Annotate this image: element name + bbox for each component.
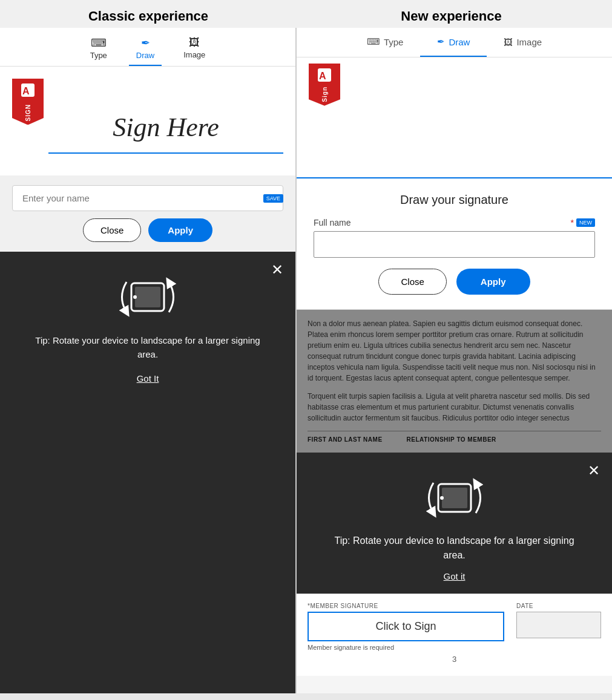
- new-title: New experience: [297, 0, 606, 28]
- keyboard-icon: ⌨: [91, 36, 107, 50]
- sign-text-new: Sign: [321, 87, 328, 102]
- sign-here-text-classic[interactable]: Sign Here: [113, 112, 219, 143]
- tab-image-label-new: Image: [516, 37, 542, 47]
- tab-draw-label-new: Draw: [449, 37, 470, 47]
- click-to-sign-button[interactable]: Click to Sign: [308, 612, 504, 641]
- tabs-new: ⌨ Type ✒ Draw 🖼 Image: [297, 28, 612, 57]
- tab-classic-type[interactable]: ⌨ Type: [83, 33, 114, 66]
- full-name-input[interactable]: [314, 231, 595, 258]
- image-icon-new: 🖼: [504, 37, 513, 47]
- tab-draw-label: Draw: [136, 51, 154, 60]
- doc-text-1: Non a dolor mus aenean platea. Sapien eu…: [308, 318, 601, 384]
- acrobat-icon-classic: A: [20, 82, 36, 102]
- apply-button-classic[interactable]: Apply: [148, 218, 212, 242]
- close-icon-new[interactable]: ✕: [588, 462, 600, 479]
- btn-row-new: Close Apply: [314, 269, 595, 295]
- col-first-last: FIRST AND LAST NAME: [308, 435, 383, 444]
- pen-icon-new: ✒: [437, 36, 445, 47]
- sign-here-area-classic: A Sign Sign Here: [0, 67, 295, 175]
- tab-classic-draw[interactable]: ✒ Draw: [129, 33, 162, 66]
- classic-side: ⌨ Type ✒ Draw 🖼 Image A: [0, 28, 297, 693]
- member-sig-section: *MEMBER SIGNATURE Click to Sign Member s…: [308, 603, 601, 651]
- classic-title: Classic experience: [0, 0, 297, 28]
- required-star: *: [571, 218, 574, 227]
- new-badge: NEW: [576, 218, 595, 227]
- rotate-device-icon-classic: [114, 270, 181, 324]
- tab-classic-image[interactable]: 🖼 Image: [176, 33, 212, 66]
- svg-point-9: [440, 496, 444, 500]
- doc-text-2: Torquent elit turpis sapien facilisis a.…: [308, 391, 601, 424]
- draw-sig-title: Draw your signature: [314, 193, 595, 207]
- document-area: Non a dolor mus aenean platea. Sapien eu…: [297, 310, 612, 453]
- device-rotate-classic: [114, 270, 181, 324]
- close-button-new[interactable]: Close: [378, 269, 446, 295]
- tabs-classic: ⌨ Type ✒ Draw 🖼 Image: [0, 28, 295, 67]
- got-it-new[interactable]: Got it: [444, 571, 466, 581]
- svg-text:A: A: [22, 86, 30, 96]
- keyboard-icon-new: ⌨: [367, 36, 380, 47]
- pen-icon: ✒: [141, 36, 150, 50]
- got-it-classic[interactable]: Got It: [137, 373, 159, 384]
- tab-image-label: Image: [183, 50, 205, 59]
- name-input-wrapper: SAVE: [12, 185, 283, 211]
- full-name-label-text: Full name: [314, 218, 350, 227]
- full-name-label-wrapper: Full name * NEW: [314, 218, 595, 227]
- save-badge-classic: SAVE: [263, 194, 283, 203]
- date-field: DATE: [516, 603, 601, 638]
- tab-new-type[interactable]: ⌨ Type: [350, 28, 421, 57]
- sig-field: *MEMBER SIGNATURE Click to Sign Member s…: [308, 603, 504, 651]
- date-input-box[interactable]: [516, 612, 601, 638]
- sign-ribbon-classic: A Sign: [12, 79, 44, 125]
- image-icon: 🖼: [189, 36, 200, 49]
- sign-here-area-new: A Sign: [297, 57, 612, 178]
- input-area-classic: SAVE Close Apply: [0, 175, 295, 252]
- sig-required-msg: Member signature is required: [308, 644, 504, 651]
- tip-text-classic: Tip: Rotate your device to landscape for…: [24, 334, 271, 361]
- page-num-new: 3: [308, 651, 601, 667]
- tab-new-draw[interactable]: ✒ Draw: [420, 28, 487, 57]
- titles-row: Classic experience New experience: [0, 0, 612, 28]
- rotate-tip-new: ✕: [297, 453, 612, 594]
- sign-ribbon-new: A Sign: [309, 64, 340, 106]
- bottom-doc: *MEMBER SIGNATURE Click to Sign Member s…: [297, 594, 612, 676]
- new-side: ⌨ Type ✒ Draw 🖼 Image A Sign: [297, 28, 612, 693]
- svg-rect-3: [135, 287, 160, 307]
- sign-baseline-classic: [48, 152, 283, 154]
- doc-table-header: FIRST AND LAST NAME RELATIONSHIP TO MEMB…: [308, 431, 601, 444]
- apply-button-new[interactable]: Apply: [456, 269, 530, 295]
- sign-text-classic: Sign: [25, 104, 31, 121]
- tab-type-label: Type: [90, 51, 107, 60]
- name-input-classic[interactable]: [12, 185, 283, 211]
- tip-text-new: Tip: Rotate your device to landscape for…: [327, 534, 582, 563]
- device-rotate-new: [421, 471, 488, 525]
- main-wrapper: ⌨ Type ✒ Draw 🖼 Image A: [0, 28, 612, 693]
- member-sig-label: *MEMBER SIGNATURE: [308, 603, 504, 609]
- svg-rect-8: [442, 488, 467, 508]
- svg-text:A: A: [319, 71, 326, 81]
- date-label: DATE: [516, 603, 601, 609]
- close-icon-classic[interactable]: ✕: [271, 261, 283, 278]
- acrobat-icon-new: A: [317, 67, 332, 84]
- rotate-device-icon-new: [421, 471, 488, 525]
- close-button-classic[interactable]: Close: [83, 218, 141, 242]
- draw-signature-panel: Draw your signature Full name * NEW Clos…: [297, 178, 612, 310]
- tab-type-label-new: Type: [384, 37, 404, 47]
- btn-row-classic: Close Apply: [12, 218, 283, 242]
- svg-point-4: [133, 295, 137, 299]
- rotate-tip-classic: ✕: [0, 252, 295, 693]
- col-relationship: RELATIONSHIP TO MEMBER: [407, 435, 496, 444]
- tab-new-image[interactable]: 🖼 Image: [487, 28, 559, 57]
